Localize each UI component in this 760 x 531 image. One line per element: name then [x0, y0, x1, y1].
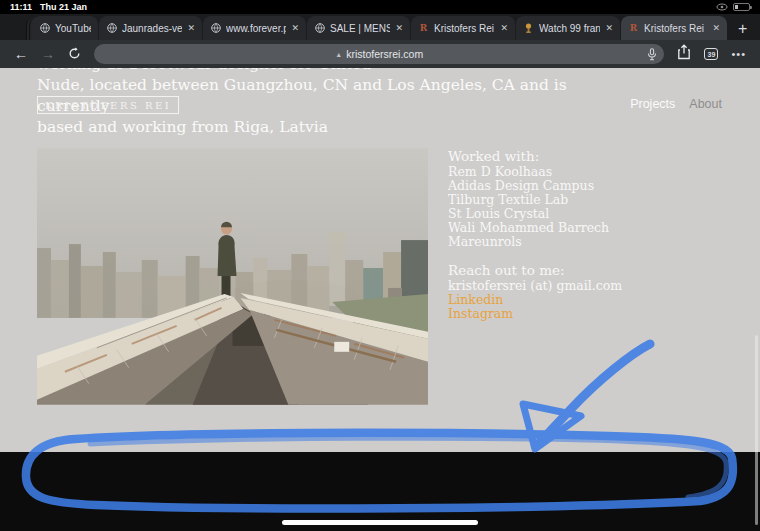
tab-youtube[interactable]: YouTube tc: [32, 16, 98, 40]
letter-r-favicon-icon: R: [418, 23, 429, 34]
share-button[interactable]: [677, 44, 691, 64]
site-security-icon: ▲: [335, 51, 342, 58]
close-icon[interactable]: ✕: [712, 23, 720, 33]
scrollbar[interactable]: [755, 335, 758, 525]
date: Thu 21 Jan: [40, 2, 87, 12]
intro-line-clipped: working as a footwear designer for Unite…: [37, 68, 637, 75]
linkedin-link[interactable]: Linkedin: [448, 293, 622, 307]
tab-label: SALE | MENS -: [330, 23, 390, 34]
globe-favicon-icon: [39, 23, 50, 34]
tab-jaunrades[interactable]: Jaunrades-veic ✕: [99, 16, 202, 40]
letter-r-favicon-icon: R: [628, 23, 639, 34]
close-icon[interactable]: ✕: [291, 23, 299, 33]
menu-button[interactable]: •••: [731, 48, 746, 60]
site-nav: Projects About: [630, 97, 722, 111]
url-text: kristofersrei.com: [346, 48, 423, 60]
tab-kristofers-rei-active[interactable]: R Kristofers Rei - ✕: [621, 16, 727, 40]
status-bar: 11:11 Thu 21 Jan: [0, 0, 760, 14]
tab-strip: YouTube tc Jaunrades-veic ✕ www.forever.…: [0, 14, 760, 40]
battery-icon: [733, 3, 750, 11]
new-tab-button[interactable]: +: [738, 21, 747, 37]
close-icon[interactable]: ✕: [395, 23, 403, 33]
nav-link-projects[interactable]: Projects: [630, 97, 675, 111]
worked-with-item: St Louis Crystal: [448, 207, 622, 221]
tab-label: Watch 99 franc: [539, 23, 600, 34]
tab-switcher-button[interactable]: 39: [704, 48, 718, 60]
gold-badge-favicon-icon: [523, 23, 534, 34]
forward-button[interactable]: →: [41, 47, 55, 61]
worked-with-item: Adidas Design Campus: [448, 179, 622, 193]
intro-line: based and working from Riga, Latvia: [37, 117, 637, 138]
globe-favicon-icon: [210, 23, 221, 34]
tab-label: YouTube tc: [55, 23, 91, 34]
reach-heading: Reach out to me:: [448, 262, 622, 279]
clock: 11:11: [10, 2, 32, 12]
tab-label: Kristofers Rei -: [644, 23, 707, 34]
nav-link-about[interactable]: About: [689, 97, 722, 111]
worked-with-item: Rem D Koolhaas: [448, 165, 622, 179]
tab-label: www.forever.pl: [226, 23, 286, 34]
browser-toolbar: ← → ▲ kristofersrei.com 39 •••: [0, 40, 760, 68]
contact-column: Worked with: Rem D Koolhaas Adidas Desig…: [448, 148, 622, 321]
email-text[interactable]: kristofersrei (at) gmail.com: [448, 279, 622, 293]
globe-favicon-icon: [314, 23, 325, 34]
share-icon: [677, 44, 691, 60]
instagram-link[interactable]: Instagram: [448, 307, 622, 321]
tab-label: Jaunrades-veic: [122, 23, 182, 34]
close-icon[interactable]: ✕: [500, 23, 508, 33]
reload-button[interactable]: [68, 47, 81, 62]
back-button[interactable]: ←: [14, 47, 28, 61]
globe-favicon-icon: [106, 23, 117, 34]
close-icon[interactable]: ✕: [605, 23, 613, 33]
tab-sale-mens[interactable]: SALE | MENS - ✕: [307, 16, 410, 40]
worked-with-item: Wali Mohammed Barrech: [448, 221, 622, 235]
worked-with-item: Mareunrols: [448, 235, 622, 249]
eye-icon: [716, 3, 728, 11]
address-bar[interactable]: ▲ kristofersrei.com: [94, 44, 664, 64]
tab-watch-99[interactable]: Watch 99 franc ✕: [516, 16, 620, 40]
site-logo[interactable]: KRISTOFERS REI: [37, 96, 179, 114]
worked-with-heading: Worked with:: [448, 148, 622, 165]
worked-with-item: Tilburg Textile Lab: [448, 193, 622, 207]
home-indicator[interactable]: [282, 520, 478, 525]
reload-icon: [68, 47, 81, 60]
close-icon[interactable]: ✕: [187, 23, 195, 33]
tab-forever[interactable]: www.forever.pl ✕: [203, 16, 306, 40]
web-page: working as a footwear designer for Unite…: [0, 68, 760, 452]
tab-label: Kristofers Rei -: [434, 23, 495, 34]
tab-kristofers-rei-1[interactable]: R Kristofers Rei - ✕: [411, 16, 515, 40]
mic-icon[interactable]: [647, 47, 657, 65]
rooftop-photo: [37, 148, 428, 405]
